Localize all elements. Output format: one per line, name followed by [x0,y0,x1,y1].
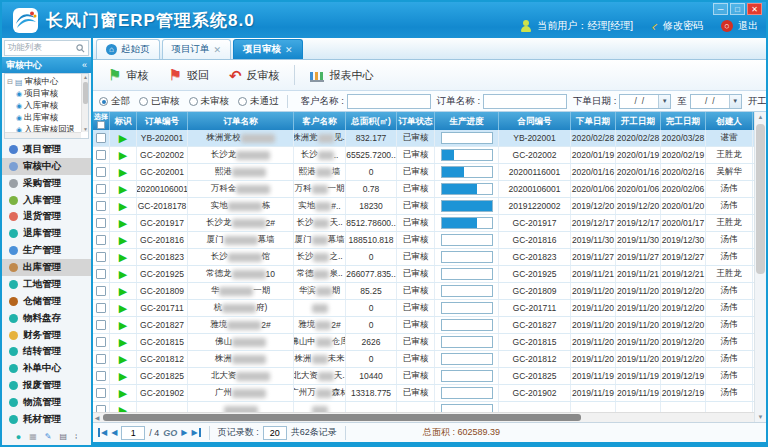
scroll-left-icon[interactable]: ◀ [93,414,101,421]
order-date-from-input[interactable] [620,95,658,108]
scroll-up-icon[interactable]: ▲ [82,74,89,80]
row-checkbox[interactable] [96,218,106,228]
grid-vertical-scrollbar[interactable]: ▲ ▼ [754,112,766,422]
sidebar-item-退库管理[interactable]: 退库管理 [2,225,91,242]
row-checkbox[interactable] [96,337,106,347]
table-row[interactable]: ▶GC-201917长沙龙2#长沙天..8512.78600..已审核GC-20… [93,215,754,232]
go-button[interactable]: GO [163,428,177,438]
column-header-订单编号[interactable]: 订单编号 [137,112,188,130]
审核-button[interactable]: ⚑审核 [99,65,157,86]
tree-item[interactable]: ◉出库审核 [7,112,80,124]
radio-全部[interactable]: 全部 [99,95,130,108]
column-header-完工日期[interactable]: 完工日期 [661,112,706,130]
sidebar-item-审核中心[interactable]: 审核中心 [2,158,91,175]
close-icon[interactable]: ✕ [285,45,293,55]
row-checkbox[interactable] [96,184,106,194]
select-all-checkbox[interactable] [97,121,105,129]
反审核-button[interactable]: ↶反审核 [220,65,289,86]
last-page-button[interactable]: ▶ [192,428,201,437]
table-row[interactable]: ▶GC-201711杭府)0已审核GC-2017112019/11/202019… [93,300,754,317]
row-checkbox[interactable] [96,320,106,330]
column-header-总面积(㎡)[interactable]: 总面积(㎡) [346,112,397,130]
table-row[interactable]: ▶GC-202002长沙龙长沙..65525.7200..已审核GC-20200… [93,147,754,164]
tree-item[interactable]: ◉入库审核 [7,100,80,112]
logout-link[interactable]: 退出 [738,19,758,33]
radio-未通过[interactable]: 未通过 [238,95,279,108]
page-number-input[interactable] [121,426,145,440]
column-header-订单名称[interactable]: 订单名称 [188,112,294,130]
sidebar-item-工地管理[interactable]: 工地管理 [2,276,91,293]
报表中心-button[interactable]: 报表中心 [301,65,382,86]
sidebar-item-退货管理[interactable]: 退货管理 [2,209,91,226]
tree-root-item[interactable]: ⊟▤审核中心 [7,76,80,88]
page-size-input[interactable] [263,426,287,440]
column-header-合同编号[interactable]: 合同编号 [499,112,571,130]
table-row[interactable]: ▶GC-201925常德龙10常德泉..266077.835..已审核GC-20… [93,266,754,283]
row-checkbox[interactable] [96,167,106,177]
radio-未审核[interactable]: 未审核 [189,95,230,108]
first-page-button[interactable]: ◀ [98,428,107,437]
sidebar-item-入库管理[interactable]: 入库管理 [2,192,91,209]
table-row[interactable]: ▶GC-2018178实地栋实地#..18230已审核2019122000220… [93,198,754,215]
table-row[interactable]: ▶GC-201815佛山佛山中仓库2626已审核GC-2018152019/11… [93,334,754,351]
row-checkbox[interactable] [96,354,106,364]
sidebar-item-物流管理[interactable]: 物流管理 [2,394,91,411]
doc-icon[interactable]: ▤ [59,432,67,441]
sidebar-item-结转管理[interactable]: 结转管理 [2,344,91,361]
sidebar-item-出库管理[interactable]: 出库管理 [2,259,91,276]
column-header-标识[interactable]: 标识 [110,112,137,130]
tree-horizontal-scrollbar[interactable]: ◀ [5,132,81,138]
row-checkbox[interactable] [96,150,106,160]
next-page-button[interactable]: ▶ [181,428,187,437]
grid-horizontal-scrollbar[interactable]: ◀ [93,412,754,422]
chevron-down-icon[interactable]: ▼ [729,95,741,108]
tab-起始页[interactable]: ⌂起始页 [96,39,160,59]
sidebar-item-报废管理[interactable]: 报废管理 [2,377,91,394]
scroll-down-icon[interactable]: ▼ [755,414,766,420]
row-checkbox[interactable] [96,133,106,143]
customer-name-input[interactable] [347,94,431,109]
scrollbar-thumb[interactable] [756,124,765,274]
function-search-input[interactable]: 功能列表 [4,40,89,56]
table-row[interactable]: ▶GC-201812株洲株洲未来0已审核GC-2018122019/11/202… [93,351,754,368]
row-checkbox[interactable] [96,269,106,279]
sidebar-item-项目管理[interactable]: 项目管理 [2,141,91,158]
sidebar-item-仓储管理[interactable]: 仓储管理 [2,293,91,310]
column-header-创建人[interactable]: 创建人 [706,112,753,130]
pen-icon[interactable]: ✎ [45,432,52,441]
order-date-to-input[interactable] [691,95,729,108]
more-icon[interactable]: ⁞ [75,432,77,441]
sidebar-item-生产管理[interactable]: 生产管理 [2,242,91,259]
column-header-开工日期[interactable]: 开工日期 [616,112,661,130]
column-header-选择[interactable]: 选择 [93,112,110,130]
cart-icon[interactable]: ▦ [29,432,37,441]
table-row[interactable]: ▶GC-201816厦门幕墙厦门幕墙188510.818已审核GC-201816… [93,232,754,249]
row-checkbox[interactable] [96,388,106,398]
column-header-生产进度[interactable]: 生产进度 [435,112,499,130]
驳回-button[interactable]: ⚑驳回 [159,65,217,86]
prev-page-button[interactable]: ◀ [111,428,117,437]
collapse-icon[interactable]: « [82,60,87,70]
row-checkbox[interactable] [96,252,106,262]
scroll-down-icon[interactable]: ▼ [82,126,89,132]
change-password-link[interactable]: 修改密码 [663,19,703,33]
expander-icon[interactable]: ⊟ [7,78,13,86]
sidebar-item-补单中心[interactable]: 补单中心 [2,360,91,377]
close-icon[interactable]: ✕ [214,45,222,55]
chevron-down-icon[interactable]: ▼ [658,95,670,108]
tree-vertical-scrollbar[interactable]: ▲ ▼ [81,74,88,132]
column-header-客户名称[interactable]: 客户名称 [294,112,346,130]
table-row[interactable]: ▶20200106001万科金万科一期0.78已审核20200106001202… [93,181,754,198]
tab-项目审核[interactable]: 项目审核✕ [233,39,303,59]
tab-项目订单[interactable]: 项目订单✕ [162,39,232,59]
table-row[interactable]: ▶GC-201825北大资北大资天..10440已审核GC-2018252019… [93,368,754,385]
close-button[interactable]: ✕ [747,3,762,15]
table-row[interactable]: ▶GC-201823长沙馆长沙之..0已审核GC-2018232019/11/2… [93,249,754,266]
tree-item[interactable]: ◉项目审核 [7,88,80,100]
row-checkbox[interactable] [96,235,106,245]
column-header-订单状态[interactable]: 订单状态 [397,112,435,130]
maximize-button[interactable]: □ [730,3,745,15]
sidebar-panel-header[interactable]: 审核中心 « [2,57,91,73]
table-row[interactable]: ▶GC-201902广州广州万森林13318.775已审核GC-20190220… [93,385,754,402]
dot-icon[interactable]: ● [16,432,21,442]
